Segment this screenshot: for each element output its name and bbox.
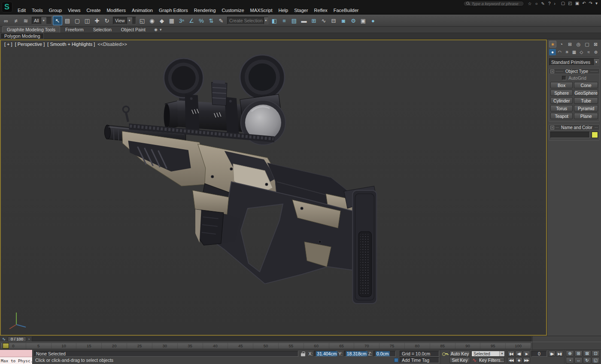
keyboard-override-icon[interactable]: ▦ — [167, 16, 176, 25]
bind-to-space-warp-icon[interactable]: ≋ — [21, 16, 30, 25]
angle-snap-icon[interactable]: ∠ — [187, 16, 196, 25]
primitive-category-dropdown[interactable]: Standard Primitives — [549, 58, 599, 66]
previous-key-icon[interactable]: ◀◀ — [507, 357, 515, 363]
feedback-pencil-icon[interactable]: ✎ — [541, 1, 545, 6]
reference-coordinate-dropdown[interactable]: View — [113, 17, 136, 24]
x-coordinate-field[interactable]: 31.404cm — [314, 351, 336, 357]
ribbon-tab[interactable]: Selection — [89, 27, 116, 33]
timeline-tick[interactable]: 70 — [354, 343, 379, 349]
menu-item[interactable]: MAXScript — [247, 8, 276, 13]
primitive-button[interactable]: Pyramid — [574, 105, 598, 111]
set-key-button[interactable]: Set Key — [449, 357, 470, 363]
object-name-input[interactable] — [550, 132, 590, 138]
select-and-link-icon[interactable]: ∞ — [1, 16, 11, 25]
cameras-category-icon[interactable]: ▦ — [571, 49, 577, 55]
pan-icon[interactable]: ⇔ — [574, 357, 583, 364]
primitive-button[interactable]: Torus — [550, 105, 573, 111]
primitive-button[interactable]: Tube — [574, 97, 598, 104]
timeline-tick[interactable]: 40 — [203, 343, 228, 349]
zoom-icon[interactable]: ⊕ — [566, 350, 574, 357]
z-coordinate-field[interactable]: 0.0cm — [373, 351, 396, 357]
key-mode-dropdown[interactable]: Selected — [471, 351, 505, 357]
menu-item[interactable]: Rendering — [191, 8, 219, 13]
ribbon-toggle-icon[interactable]: ▬ — [299, 16, 309, 25]
perspective-viewport[interactable]: [ + ] [ Perspective ] [ Smooth + Highlig… — [0, 39, 547, 336]
rendered-frame-icon[interactable]: ▣ — [358, 16, 368, 25]
play-icon[interactable]: ▶ — [523, 351, 530, 357]
timeline-tick[interactable]: 35 — [178, 343, 203, 349]
add-time-tag-field[interactable]: Add Time Tag — [400, 357, 439, 363]
go-to-start-icon[interactable]: ▮◀ — [507, 351, 515, 357]
timeline-tick[interactable]: 10 — [52, 343, 77, 349]
utilities-tab-icon[interactable]: ⊠ — [592, 41, 599, 48]
track-bar-arrow-icon[interactable]: › — [26, 337, 32, 341]
timeline-tick[interactable]: 15 — [76, 343, 102, 349]
key-filters-button[interactable]: Key Filters... — [479, 357, 504, 363]
select-and-move-icon[interactable]: ✚ — [92, 16, 102, 25]
set-keys-icon[interactable] — [442, 351, 448, 356]
align-icon[interactable]: ≡ — [279, 16, 289, 25]
timeline-tick[interactable]: 85 — [430, 343, 455, 349]
lights-category-icon[interactable]: ☀ — [564, 49, 571, 55]
timeline-tick[interactable]: 50 — [253, 343, 279, 349]
motion-tab-icon[interactable]: ◎ — [575, 41, 582, 48]
3ds-max-logo-icon[interactable]: S — [2, 2, 12, 12]
time-ruler[interactable]: 0510152025303540455055606570758085909510… — [0, 343, 531, 349]
search-results-icon[interactable]: ○ — [535, 1, 537, 6]
material-editor-icon[interactable]: ◙ — [339, 16, 348, 25]
track-bar[interactable] — [32, 337, 531, 341]
selection-filter-dropdown[interactable]: All — [32, 17, 52, 24]
menu-item[interactable]: Tools — [29, 8, 46, 13]
save-file-icon[interactable]: ▣ — [575, 1, 579, 6]
help-icon[interactable]: ? — [548, 1, 551, 6]
viewport-canvas[interactable] — [1, 40, 546, 335]
helpers-category-icon[interactable]: ◇ — [578, 49, 585, 55]
app-logo[interactable]: S — [0, 0, 14, 14]
spinner-snap-icon[interactable]: ⇅ — [206, 16, 216, 25]
ribbon-tab[interactable]: Object Paint — [117, 27, 150, 33]
timeline-tick[interactable]: 25 — [127, 343, 152, 349]
display-tab-icon[interactable]: ▢ — [583, 41, 591, 48]
key-mode-toggle-icon[interactable]: ◆ — [515, 357, 522, 363]
timeline-tick[interactable]: 30 — [152, 343, 178, 349]
select-and-manipulate-icon[interactable]: ◆ — [157, 16, 167, 25]
geometry-category-icon[interactable]: ● — [549, 49, 556, 55]
menu-item[interactable]: Help — [276, 8, 291, 13]
new-scene-icon[interactable]: ▢ — [561, 1, 565, 6]
percent-snap-icon[interactable]: % — [197, 16, 206, 25]
select-object-icon[interactable]: ↖ — [53, 16, 62, 25]
project-menu-icon[interactable]: ▾ — [595, 1, 598, 6]
menu-item[interactable]: Reflex — [311, 8, 331, 13]
ribbon-minimize-icon[interactable]: ▾ — [160, 27, 162, 32]
use-pivot-center-icon[interactable]: ◉ — [147, 16, 157, 25]
viewport-pov-menu[interactable]: [ Perspective ] — [15, 42, 45, 47]
menu-item[interactable]: Group — [46, 8, 65, 13]
ribbon-tab[interactable]: Graphite Modeling Tools — [2, 26, 60, 33]
layer-manager-icon[interactable]: ▤ — [289, 16, 299, 25]
zoom-region-icon[interactable]: ⊡ — [592, 350, 600, 357]
name-color-rollout-header[interactable]: - Name and Color — [549, 125, 599, 130]
menu-item[interactable]: Views — [65, 8, 83, 13]
tab-polygon-modeling[interactable]: Polygon Modeling — [0, 33, 44, 39]
field-of-view-icon[interactable]: ◔ — [566, 357, 574, 364]
primitive-button[interactable]: Plane — [574, 113, 598, 119]
zoom-extents-icon[interactable]: ⊠ — [583, 350, 591, 357]
mirror-icon[interactable]: ◧ — [270, 16, 279, 25]
menu-item[interactable]: Modifiers — [103, 8, 129, 13]
open-file-icon[interactable]: ◰ — [568, 1, 572, 6]
viewport-shading-menu[interactable]: [ Smooth + Highlights ] — [47, 42, 95, 47]
mini-curve-editor-icon[interactable]: ∿ — [0, 337, 8, 341]
timeline-tick[interactable]: 55 — [279, 343, 304, 349]
current-frame-field[interactable]: 0 — [531, 351, 547, 357]
help-search-box[interactable] — [463, 1, 524, 6]
named-selection-sets-icon[interactable]: ✎ — [216, 16, 226, 25]
timeline-tick[interactable]: 60 — [304, 343, 329, 349]
unlink-selection-icon[interactable]: ≠ — [11, 16, 21, 25]
autogrid-checkbox[interactable] — [562, 76, 566, 80]
snaps-toggle-icon[interactable]: 3ⁿ — [177, 16, 186, 25]
object-type-rollout-header[interactable]: - Object Type — [549, 69, 599, 74]
maxscript-listener-field[interactable]: Max to Physc. — [0, 357, 32, 364]
menu-item[interactable]: Create — [83, 8, 103, 13]
select-by-name-icon[interactable]: ▤ — [63, 16, 72, 25]
primitive-button[interactable]: Box — [550, 82, 573, 88]
